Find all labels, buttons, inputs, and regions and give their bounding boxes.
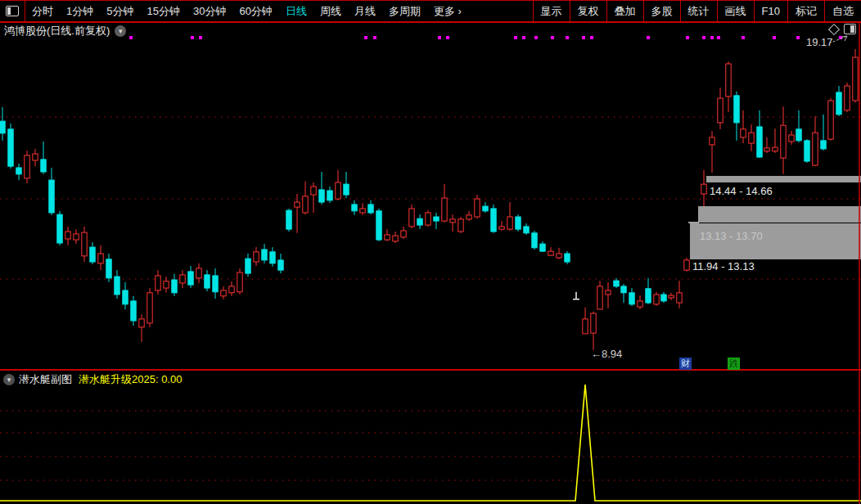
candle-body [638,301,642,307]
indicator-chart [0,371,861,504]
candle-body [33,154,38,160]
split-square-glyph [6,6,19,16]
candle-body [0,121,5,133]
event-dot [590,36,593,39]
candle-body [434,217,439,221]
candle-body [123,290,128,304]
period-tab[interactable]: 日线 [279,4,313,19]
toolbar-button[interactable]: 多股 [643,1,680,21]
candlestick-chart: 14.44 - 14.6613.13 - 13.70←8.9411.94 - 1… [0,23,861,369]
period-tab[interactable]: 月线 [348,4,382,19]
candle-body [646,289,651,303]
candle-body [156,276,160,290]
candle-body [684,260,689,270]
candle-body [229,286,234,293]
candle-body [467,215,471,219]
toolbar-button[interactable]: 标记 [787,1,824,21]
candle-body [385,235,390,240]
indicator-pane: ▾ 潜水艇副图 潜水艇升级2025: 0.00 [0,369,861,504]
toolbar-button[interactable]: 叠加 [606,1,643,21]
gap-zone-block [698,206,861,223]
candle-body [16,168,21,174]
period-tab[interactable]: 更多 › [427,4,468,19]
candle-body [828,101,833,139]
candle-body [450,219,455,223]
candle-body [749,133,754,143]
candle-body [213,276,218,292]
candle-body [548,251,553,255]
toolbar-button[interactable]: 画线 [717,1,754,21]
candle-body [475,199,480,217]
candle-body [565,254,570,262]
period-tab[interactable]: 15分钟 [140,4,186,19]
candle-body [360,209,365,213]
price-annotation: 19.17 [806,36,833,48]
candles [0,49,858,350]
window-split-icon[interactable] [0,1,25,21]
candle-body [669,295,674,298]
period-tab[interactable]: 多周期 [382,4,427,19]
event-dot [199,36,202,39]
candle-body [139,319,144,327]
candle-body [205,275,210,288]
chevron-down-icon[interactable]: ▾ [3,374,15,385]
main-chart-layer: 14.44 - 14.6613.13 - 13.70←8.9411.94 - 1… [0,23,861,369]
chevron-down-icon[interactable]: ▾ [115,25,126,37]
period-tab[interactable]: 1分钟 [60,4,100,19]
candle-body [741,129,746,137]
candle-body [311,187,316,195]
candle-body [499,227,504,229]
candle-body [417,218,422,225]
gap-zone-label: 13.13 - 13.70 [700,230,763,242]
indicator-value: 潜水艇升级2025: 0.00 [79,372,182,387]
candle-body [98,254,103,263]
event-dot [742,36,745,39]
toolbar-button[interactable]: F10 [754,1,787,21]
candle-body [196,268,201,278]
gap-zone-label: 14.44 - 14.66 [710,185,773,197]
main-chart-pane: 鸿博股份(日线.前复权) ▾ 14.44 - 14.6613.13 - 13.7… [0,23,861,369]
candle-body [82,232,87,256]
candle-body [757,127,762,157]
indicator-spike-line [0,385,861,501]
candle-body [115,277,119,295]
candle-body [8,129,13,166]
annotations: ←8.9411.94 - 13.1319.17 [591,36,847,360]
limit-down-badge[interactable]: 跌 [728,358,740,370]
candle-body [246,259,250,273]
period-tab[interactable]: 60分钟 [232,4,278,19]
toolbar-button[interactable]: 显示 [533,1,570,21]
candle-body [393,236,398,241]
candle-body [90,247,95,262]
candle-body [409,209,414,227]
period-tab[interactable]: 5分钟 [100,4,140,19]
candle-body [597,286,602,309]
candle-body [25,155,29,178]
candle-body [352,205,357,211]
period-tab[interactable]: 周线 [313,4,348,19]
candle-body [764,148,769,151]
candle-body [483,206,488,211]
period-tab[interactable]: 分时 [25,4,60,19]
candle-body [221,290,226,296]
toolbar-button[interactable]: 自选 [824,1,861,21]
candle-body [270,252,275,263]
candle-body [401,231,406,237]
period-tab[interactable]: 30分钟 [187,4,232,19]
candle-body [295,202,300,207]
split-square-icon[interactable] [844,24,856,34]
finance-report-badge[interactable]: 财 [679,358,692,370]
candle-body [164,281,169,288]
toolbar-button[interactable]: 复权 [570,1,606,21]
candle-body [57,214,62,243]
event-dot [717,36,720,39]
diamond-icon[interactable] [828,23,840,34]
event-dot [373,36,376,39]
candle-body [262,250,267,260]
candle-body [591,313,596,333]
event-dot [534,36,538,39]
toolbar-button[interactable]: 统计 [680,1,717,21]
event-dot [582,36,585,39]
candle-body [654,295,659,304]
candle-body [805,141,809,161]
